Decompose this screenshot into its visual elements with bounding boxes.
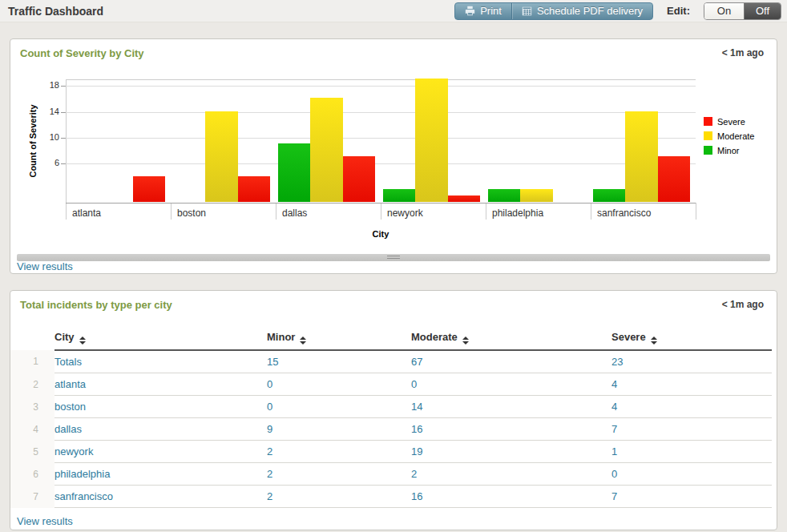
cell-minor: 2	[267, 441, 411, 463]
chart-panel-title: Count of Severity by City	[20, 47, 144, 59]
cell-link-moderate[interactable]: 0	[411, 378, 417, 390]
top-bar: Traffic Dashboard Print Schedule PDF del…	[0, 0, 787, 22]
row-number: 3	[10, 396, 54, 418]
cell-link-moderate[interactable]: 14	[411, 401, 422, 413]
cell-link-severe[interactable]: 4	[611, 401, 617, 413]
cell-link-city[interactable]: boston	[54, 401, 86, 413]
category-separator	[381, 203, 381, 220]
chart-panel: Count of Severity by City < 1m ago Count…	[10, 38, 777, 274]
cell-moderate: 67	[411, 350, 611, 373]
cell-minor: 2	[267, 463, 411, 486]
cell-link-severe[interactable]: 1	[611, 445, 617, 457]
sort-up-arrow-icon	[79, 337, 86, 340]
cell-link-city[interactable]: atlanta	[54, 378, 86, 390]
sort-down-arrow-icon	[300, 341, 306, 345]
cell-city: sanfrancisco	[54, 486, 267, 508]
category-separator	[591, 203, 591, 220]
panel-resize-handle[interactable]	[17, 254, 770, 261]
gridline	[66, 86, 696, 87]
cell-minor: 0	[267, 396, 411, 418]
category-separator	[171, 203, 172, 220]
y-tick-mark	[61, 112, 66, 113]
column-header-minor[interactable]: Minor	[267, 328, 411, 350]
cell-link-moderate[interactable]: 67	[411, 356, 422, 368]
cell-link-severe[interactable]: 23	[611, 356, 623, 368]
y-tick-label: 18	[27, 80, 59, 90]
cell-moderate: 16	[411, 418, 611, 441]
toolbar-button-group: Print Schedule PDF delivery	[454, 2, 653, 20]
table-row: 1Totals156723	[10, 350, 772, 373]
cell-severe: 1	[611, 441, 772, 463]
bar-newyork-minor[interactable]	[383, 189, 415, 202]
cell-link-moderate[interactable]: 19	[411, 445, 422, 457]
cell-link-city[interactable]: philadelphia	[54, 468, 110, 480]
table-panel-title: Total incidents by type per city	[20, 299, 172, 311]
edit-toggle-off[interactable]: Off	[744, 3, 781, 19]
legend-label: Minor	[717, 146, 740, 155]
category-label-philadelphia: philadelphia	[492, 208, 543, 219]
sort-up-arrow-icon	[651, 337, 657, 340]
sort-icon	[462, 337, 469, 345]
cell-link-minor[interactable]: 2	[267, 445, 272, 457]
row-number: 1	[10, 350, 54, 373]
cell-severe: 7	[611, 418, 772, 441]
cell-link-city[interactable]: dallas	[54, 423, 82, 435]
bar-boston-severe[interactable]	[238, 176, 270, 202]
cell-moderate: 0	[411, 373, 611, 396]
row-number: 2	[10, 373, 54, 396]
cell-link-moderate[interactable]: 16	[411, 423, 422, 435]
sort-icon	[651, 337, 657, 345]
bar-newyork-severe[interactable]	[448, 195, 480, 202]
cell-link-minor[interactable]: 2	[267, 468, 272, 480]
cell-link-moderate[interactable]: 16	[411, 490, 422, 502]
cell-link-severe[interactable]: 7	[611, 490, 617, 502]
cell-link-moderate[interactable]: 2	[411, 468, 417, 480]
bar-dallas-minor[interactable]	[278, 143, 310, 202]
legend-item-moderate: Moderate	[704, 131, 754, 140]
bar-chart: 6101418atlantabostondallasnewyorkphilade…	[66, 79, 696, 203]
bar-sanfrancisco-minor[interactable]	[593, 189, 625, 202]
y-tick-mark	[61, 163, 66, 164]
chart-refresh-age: < 1m ago	[722, 47, 764, 58]
column-header-city[interactable]: City	[54, 328, 267, 350]
cell-link-minor[interactable]: 15	[267, 356, 278, 368]
bar-boston-moderate[interactable]	[205, 111, 237, 202]
cell-link-minor[interactable]: 9	[267, 423, 272, 435]
cell-severe: 4	[611, 373, 772, 396]
bar-philadelphia-minor[interactable]	[488, 189, 520, 202]
column-header-moderate[interactable]: Moderate	[411, 328, 611, 350]
bar-dallas-severe[interactable]	[343, 156, 375, 202]
cell-city: newyork	[54, 441, 267, 463]
bar-atlanta-severe[interactable]	[133, 176, 165, 202]
legend-item-minor: Minor	[704, 146, 754, 155]
column-header-severe[interactable]: Severe	[611, 328, 772, 350]
bar-dallas-moderate[interactable]	[310, 98, 342, 202]
bar-sanfrancisco-severe[interactable]	[658, 156, 690, 202]
bar-philadelphia-moderate[interactable]	[520, 189, 552, 202]
cell-city: philadelphia	[54, 463, 267, 486]
y-tick-label: 10	[27, 132, 59, 142]
column-header-label: Minor	[267, 331, 295, 343]
print-button[interactable]: Print	[455, 3, 511, 19]
bar-sanfrancisco-moderate[interactable]	[625, 111, 657, 202]
sort-down-arrow-icon	[651, 341, 657, 345]
view-results-link[interactable]: View results	[17, 515, 73, 527]
cell-link-minor[interactable]: 0	[267, 378, 272, 390]
cell-link-severe[interactable]: 0	[611, 468, 617, 480]
cell-link-severe[interactable]: 4	[611, 378, 617, 390]
legend-swatch-icon	[704, 131, 712, 140]
results-table: CityMinorModerateSevere 1Totals1567232at…	[10, 328, 772, 508]
cell-link-city[interactable]: newyork	[54, 445, 93, 457]
cell-link-city[interactable]: sanfrancisco	[54, 490, 113, 502]
edit-toggle-on[interactable]: On	[704, 3, 744, 19]
cell-moderate: 19	[411, 441, 611, 463]
view-results-link[interactable]: View results	[17, 260, 73, 272]
cell-link-minor[interactable]: 0	[267, 401, 272, 413]
cell-link-city[interactable]: Totals	[54, 356, 82, 368]
schedule-pdf-button[interactable]: Schedule PDF delivery	[512, 3, 652, 19]
cell-link-minor[interactable]: 2	[267, 490, 272, 502]
cell-severe: 0	[611, 463, 772, 486]
bar-newyork-moderate[interactable]	[415, 79, 447, 202]
cell-link-severe[interactable]: 7	[611, 423, 617, 435]
sort-up-arrow-icon	[300, 337, 306, 340]
